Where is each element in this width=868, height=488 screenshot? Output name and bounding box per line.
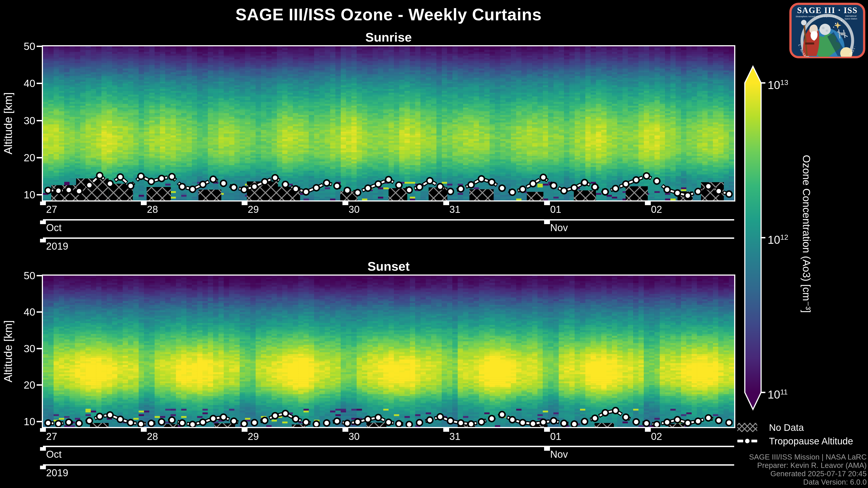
x-day-tick-mark: [443, 201, 449, 205]
y-tick-mark: [37, 421, 42, 422]
month-tick-label: Oct: [46, 222, 61, 233]
month-tick-label: Nov: [550, 449, 568, 460]
x-day-tick-mark: [141, 201, 147, 205]
x-day-tick-mark: [242, 428, 248, 432]
y-tick-label: 30: [9, 115, 35, 127]
colorbar-tick-mark: [761, 237, 765, 238]
y-tick-label: 20: [9, 152, 35, 164]
x-day-tick-mark: [645, 428, 651, 432]
month-axis-line: [43, 219, 734, 221]
tropopause-dash-icon: [737, 440, 743, 442]
legend-tropopause-swatch: [737, 436, 757, 446]
year-axis-line: [43, 464, 734, 466]
y-tick-label: 50: [9, 270, 35, 282]
year-tick-label: 2019: [46, 241, 68, 252]
x-day-tick-label: 28: [147, 204, 158, 215]
colorbar-gradient-icon: [743, 65, 763, 411]
colorbar-tick-label: 1013: [768, 76, 788, 92]
y-tick-label: 30: [9, 343, 35, 355]
x-day-tick-mark: [544, 428, 550, 432]
year-tick-label: 2019: [46, 467, 68, 478]
x-day-tick-label: 30: [348, 204, 360, 215]
month-tick-mark: [544, 221, 550, 224]
colorbar-tick-label: 1011: [768, 385, 788, 401]
credit-line-version: Data Version: 6.0.0: [633, 478, 867, 486]
y-tick-mark: [37, 194, 42, 195]
x-day-tick-mark: [342, 201, 348, 205]
month-axis-line: [43, 446, 734, 447]
colorbar-tick-mark: [761, 392, 765, 393]
y-tick-label: 10: [9, 416, 35, 427]
y-tick-label: 10: [9, 189, 35, 201]
year-tick-mark: [40, 466, 46, 469]
x-day-tick-mark: [645, 201, 651, 205]
x-day-tick-mark: [40, 201, 46, 205]
x-day-tick-mark: [40, 428, 46, 432]
no-data-hatch-icon: [737, 423, 757, 432]
legend-no-data-label: No Data: [769, 422, 804, 433]
x-day-tick-label: 27: [46, 204, 57, 215]
x-day-tick-label: 30: [348, 431, 360, 442]
x-day-tick-mark: [141, 428, 147, 432]
x-day-tick-label: 01: [550, 204, 561, 215]
month-tick-label: Nov: [550, 222, 568, 233]
credit-line-preparer: Preparer: Kevin R. Leavor (AMA): [633, 461, 867, 469]
y-tick-label: 40: [9, 306, 35, 318]
x-day-tick-label: 31: [450, 431, 460, 442]
credit-line-generated: Generated 2025-07-17 20:45: [633, 469, 867, 478]
y-tick-mark: [37, 348, 42, 349]
tropopause-dot-icon: [744, 437, 751, 445]
y-tick-label: 20: [9, 379, 35, 391]
axis-layer: 504030201027282930310102OctNov2019504030…: [0, 0, 868, 488]
year-axis-line: [43, 237, 734, 239]
y-tick-label: 40: [9, 77, 35, 89]
y-tick-mark: [37, 275, 42, 276]
legend-no-data-swatch: [737, 423, 757, 432]
x-day-tick-mark: [342, 428, 348, 432]
y-tick-mark: [37, 311, 42, 313]
colorbar: [743, 65, 763, 411]
x-day-tick-label: 02: [651, 204, 662, 215]
x-day-tick-label: 29: [248, 204, 259, 215]
month-tick-mark: [544, 447, 550, 451]
y-tick-mark: [37, 120, 42, 121]
x-day-tick-mark: [544, 201, 550, 205]
x-day-tick-mark: [242, 201, 248, 205]
colorbar-axis-label: Ozone Concentration (Ao3) [cm⁻³]: [800, 155, 813, 313]
x-day-tick-label: 01: [550, 431, 561, 442]
y-tick-mark: [37, 83, 42, 84]
y-tick-mark: [37, 384, 42, 386]
month-tick-mark: [40, 447, 46, 451]
y-tick-label: 50: [9, 40, 35, 52]
colorbar-tick-label: 1012: [768, 230, 788, 247]
x-day-tick-label: 28: [147, 431, 158, 442]
month-tick-label: Oct: [46, 449, 61, 460]
x-day-tick-label: 29: [248, 431, 259, 442]
x-day-tick-label: 02: [651, 431, 662, 442]
credit-line-mission: SAGE III/ISS Mission | NASA LaRC: [633, 453, 867, 461]
month-tick-mark: [40, 221, 46, 224]
y-tick-mark: [37, 157, 42, 158]
tropopause-dash-icon: [751, 440, 757, 442]
credits-block: SAGE III/ISS Mission | NASA LaRC Prepare…: [633, 453, 867, 486]
legend-tropopause-label: Tropopause Altitude: [769, 435, 853, 447]
figure-root: SAGE III/ISS Ozone - Weekly Curtains: [0, 0, 868, 488]
colorbar-tick-mark: [761, 82, 765, 84]
year-tick-mark: [40, 239, 46, 242]
x-day-tick-label: 31: [450, 204, 460, 215]
y-tick-mark: [37, 46, 42, 47]
x-day-tick-mark: [443, 428, 449, 432]
x-day-tick-label: 27: [46, 431, 57, 442]
